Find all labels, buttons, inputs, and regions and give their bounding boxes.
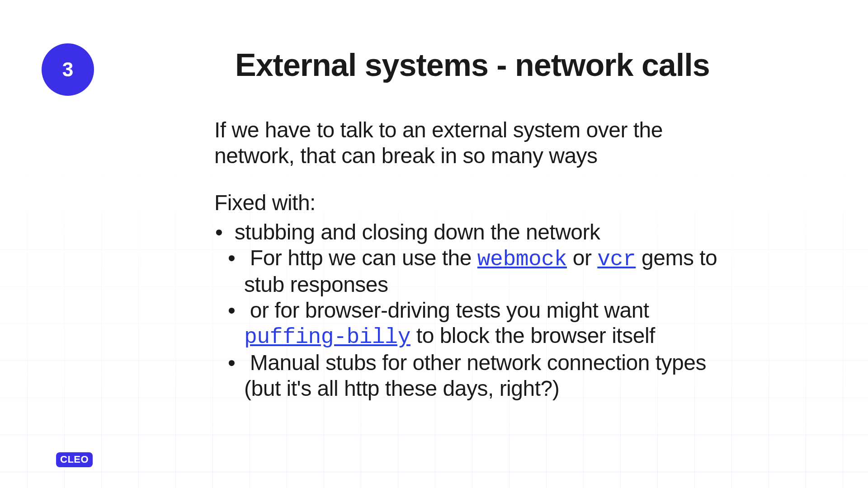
text-fragment: to block the browser itself bbox=[410, 324, 655, 347]
bullet-item: stubbing and closing down the network Fo… bbox=[214, 220, 725, 401]
sub-bullet-item: Manual stubs for other network connectio… bbox=[228, 350, 725, 401]
bullet-text: stubbing and closing down the network bbox=[235, 220, 600, 244]
webmock-link[interactable]: webmock bbox=[477, 247, 567, 272]
bullet-list: stubbing and closing down the network Fo… bbox=[214, 220, 725, 401]
slide-title: External systems - network calls bbox=[235, 47, 710, 83]
text-fragment: or bbox=[567, 246, 597, 270]
vcr-link[interactable]: vcr bbox=[597, 247, 636, 272]
text-fragment: or for browser-driving tests you might w… bbox=[250, 298, 649, 322]
slide-content: If we have to talk to an external system… bbox=[214, 117, 725, 401]
intro-paragraph: If we have to talk to an external system… bbox=[214, 117, 725, 169]
text-fragment: For http we can use the bbox=[250, 246, 477, 270]
sub-bullet-item: For http we can use the webmock or vcr g… bbox=[228, 245, 725, 298]
sub-bullet-list: For http we can use the webmock or vcr g… bbox=[214, 245, 725, 402]
slide-number-badge: 3 bbox=[42, 43, 94, 96]
puffing-billy-link[interactable]: puffing-billy bbox=[244, 325, 410, 349]
fixed-with-label: Fixed with: bbox=[214, 190, 725, 216]
bullet-text: Manual stubs for other network connectio… bbox=[244, 351, 706, 400]
slide-number: 3 bbox=[62, 58, 73, 81]
slide: 3 External systems - network calls If we… bbox=[0, 0, 868, 488]
logo-text: CLEO bbox=[60, 454, 89, 465]
sub-bullet-item: or for browser-driving tests you might w… bbox=[228, 298, 725, 350]
cleo-logo: CLEO bbox=[56, 452, 93, 467]
